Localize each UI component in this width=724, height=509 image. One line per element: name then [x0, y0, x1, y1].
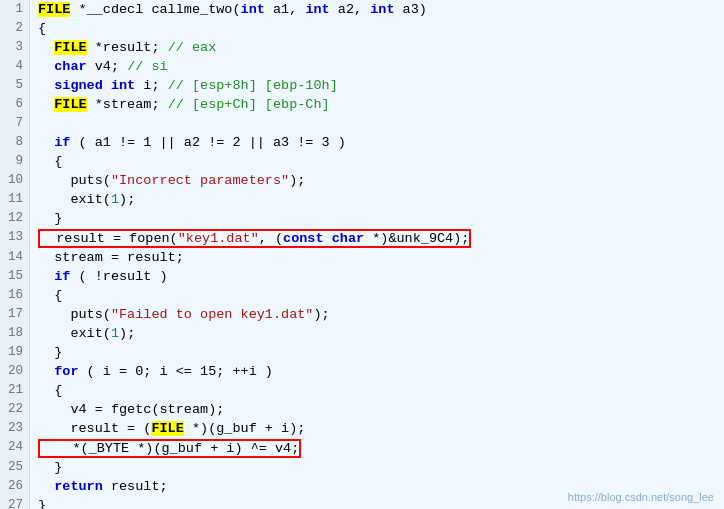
- line-8: 8 if ( a1 != 1 || a2 != 2 || a3 != 3 ): [0, 133, 724, 152]
- line-content: stream = result;: [30, 248, 724, 267]
- token-plain: stream = result;: [38, 250, 184, 265]
- line-9: 9 {: [0, 152, 724, 171]
- token-plain: , (: [259, 231, 283, 246]
- line-content: puts("Incorrect parameters");: [30, 171, 724, 190]
- line-number: 19: [0, 343, 30, 362]
- line-7: 7: [0, 114, 724, 133]
- token-cmt: // eax: [168, 40, 217, 55]
- line-content: }: [30, 209, 724, 228]
- line-number: 3: [0, 38, 30, 57]
- line-content: puts("Failed to open key1.dat");: [30, 305, 724, 324]
- token-plain: {: [38, 21, 46, 36]
- line-content: {: [30, 19, 724, 38]
- token-plain: a3): [395, 2, 427, 17]
- line-number: 17: [0, 305, 30, 324]
- token-kw: signed: [54, 78, 103, 93]
- line-number: 20: [0, 362, 30, 381]
- line-17: 17 puts("Failed to open key1.dat");: [0, 305, 724, 324]
- line-number: 16: [0, 286, 30, 305]
- line-20: 20 for ( i = 0; i <= 15; ++i ): [0, 362, 724, 381]
- token-plain: {: [38, 383, 62, 398]
- line-content: result = (FILE *)(g_buf + i);: [30, 419, 724, 438]
- line-content: v4 = fgetc(stream);: [30, 400, 724, 419]
- line-content: if ( !result ): [30, 267, 724, 286]
- line-content: result = fopen("key1.dat", (const char *…: [30, 228, 724, 248]
- line-content: FILE *__cdecl callme_two(int a1, int a2,…: [30, 0, 724, 19]
- token-kw: int: [241, 2, 265, 17]
- token-highlight-file: FILE: [151, 421, 183, 436]
- token-plain: [103, 78, 111, 93]
- line-number: 24: [0, 438, 30, 458]
- line-number: 7: [0, 114, 30, 133]
- token-cmt: // [esp+8h] [ebp-10h]: [168, 78, 338, 93]
- token-plain: *result;: [87, 40, 168, 55]
- token-plain: puts(: [70, 173, 111, 188]
- watermark: https://blog.csdn.net/song_lee: [568, 488, 714, 507]
- token-kw: char: [54, 59, 86, 74]
- token-plain: *(_BYTE *)(g_buf + i) ^= v4;: [40, 441, 299, 456]
- line-content: exit(1);: [30, 190, 724, 209]
- token-str: "Incorrect parameters": [111, 173, 289, 188]
- token-plain: [38, 97, 54, 112]
- token-plain: result = (: [38, 421, 151, 436]
- token-plain: v4;: [87, 59, 128, 74]
- token-plain: [38, 78, 54, 93]
- line-content: {: [30, 286, 724, 305]
- token-kw: if: [54, 135, 70, 150]
- token-plain: *stream;: [87, 97, 168, 112]
- token-plain: ( i = 0; i <= 15; ++i ): [79, 364, 273, 379]
- line-number: 26: [0, 477, 30, 496]
- line-content: char v4; // si: [30, 57, 724, 76]
- token-plain: *)&unk_9C4);: [364, 231, 469, 246]
- line-3: 3 FILE *result; // eax: [0, 38, 724, 57]
- token-plain: result;: [103, 479, 168, 494]
- line-number: 1: [0, 0, 30, 19]
- token-plain: ( !result ): [70, 269, 167, 284]
- line-number: 22: [0, 400, 30, 419]
- token-plain: *)(g_buf + i);: [184, 421, 306, 436]
- line-content: FILE *stream; // [esp+Ch] [ebp-Ch]: [30, 95, 724, 114]
- token-plain: a1,: [265, 2, 306, 17]
- line-24: 24 *(_BYTE *)(g_buf + i) ^= v4;: [0, 438, 724, 458]
- token-plain: {: [38, 154, 62, 169]
- line-number: 23: [0, 419, 30, 438]
- token-plain: [38, 364, 54, 379]
- token-plain: );: [289, 173, 305, 188]
- token-plain: [38, 269, 54, 284]
- token-plain: puts(: [38, 307, 111, 322]
- line-number: 2: [0, 19, 30, 38]
- line-number: 14: [0, 248, 30, 267]
- line-content: {: [30, 152, 724, 171]
- token-plain: ( a1 != 1 || a2 != 2 || a3 != 3 ): [70, 135, 345, 150]
- token-plain: }: [38, 211, 62, 226]
- line-12: 12 }: [0, 209, 724, 228]
- token-plain: [38, 59, 54, 74]
- token-plain: [324, 231, 332, 246]
- token-plain: i;: [135, 78, 167, 93]
- line-6: 6 FILE *stream; // [esp+Ch] [ebp-Ch]: [0, 95, 724, 114]
- line-content: {: [30, 381, 724, 400]
- token-plain: );: [119, 326, 135, 341]
- token-kw: if: [54, 269, 70, 284]
- line-content: for ( i = 0; i <= 15; ++i ): [30, 362, 724, 381]
- token-plain: );: [313, 307, 329, 322]
- token-plain: exit(: [38, 326, 111, 341]
- line-number: 27: [0, 496, 30, 509]
- token-plain: }: [38, 498, 46, 509]
- token-plain: [38, 135, 54, 150]
- token-num: 1: [111, 192, 119, 207]
- token-plain: *__cdecl callme_two(: [70, 2, 240, 17]
- line-number: 10: [0, 171, 30, 190]
- token-plain: );: [119, 192, 135, 207]
- line-22: 22 v4 = fgetc(stream);: [0, 400, 724, 419]
- token-plain: result = fopen(: [40, 231, 178, 246]
- line-content: [30, 114, 724, 133]
- line-content: if ( a1 != 1 || a2 != 2 || a3 != 3 ): [30, 133, 724, 152]
- line-number: 4: [0, 57, 30, 76]
- line-19: 19 }: [0, 343, 724, 362]
- line-number: 21: [0, 381, 30, 400]
- line-content: FILE *result; // eax: [30, 38, 724, 57]
- line-5: 5 signed int i; // [esp+8h] [ebp-10h]: [0, 76, 724, 95]
- line-content: signed int i; // [esp+8h] [ebp-10h]: [30, 76, 724, 95]
- line-number: 8: [0, 133, 30, 152]
